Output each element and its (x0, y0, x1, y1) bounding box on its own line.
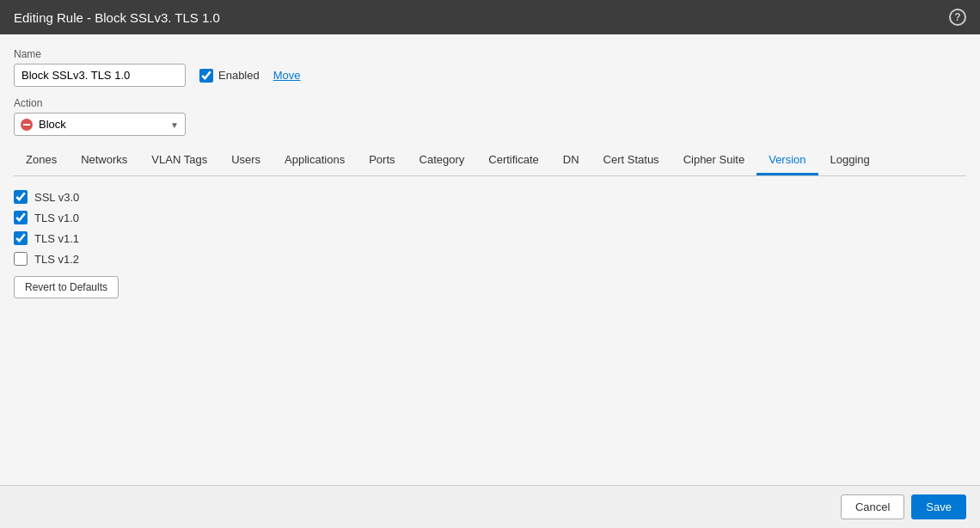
name-field-row: Enabled Move (14, 64, 966, 87)
action-label: Action (14, 97, 966, 109)
tls-v12-checkbox[interactable] (14, 252, 28, 266)
help-icon[interactable]: ? (949, 9, 966, 26)
dialog-body: Name Enabled Move Action Block (0, 34, 980, 485)
version-item-tls11: TLS v1.1 (14, 231, 966, 245)
tls-v10-checkbox[interactable] (14, 211, 28, 224)
save-button[interactable]: Save (911, 494, 966, 519)
version-tab-content: SSL v3.0 TLS v1.0 TLS v1.1 TLS v1.2 Reve… (14, 176, 966, 471)
tab-dn[interactable]: DN (551, 146, 591, 175)
tab-networks[interactable]: Networks (69, 146, 139, 175)
tls-v11-label: TLS v1.1 (34, 232, 79, 245)
tab-applications[interactable]: Applications (273, 146, 357, 175)
action-select[interactable]: Block Allow Decrypt Do Not Decrypt (14, 113, 186, 136)
tab-version[interactable]: Version (756, 146, 818, 175)
tab-cert-status[interactable]: Cert Status (591, 146, 671, 175)
name-input[interactable] (14, 64, 186, 87)
action-select-wrapper: Block Allow Decrypt Do Not Decrypt ▼ (14, 113, 186, 136)
tab-zones[interactable]: Zones (14, 146, 69, 175)
tab-cipher-suite[interactable]: Cipher Suite (671, 146, 757, 175)
tls-v11-checkbox[interactable] (14, 231, 28, 245)
enabled-label: Enabled (218, 69, 260, 82)
enabled-checkbox[interactable] (199, 69, 213, 83)
tab-category[interactable]: Category (407, 146, 477, 175)
version-item-ssl30: SSL v3.0 (14, 190, 966, 204)
editing-rule-dialog: Editing Rule - Block SSLv3. TLS 1.0 ? Na… (0, 0, 980, 528)
tabs-container: Zones Networks VLAN Tags Users Applicati… (14, 146, 966, 176)
version-item-tls10: TLS v1.0 (14, 211, 966, 224)
tab-certificate[interactable]: Certificate (476, 146, 551, 175)
block-icon (21, 119, 33, 131)
dialog-header: Editing Rule - Block SSLv3. TLS 1.0 ? (0, 0, 980, 34)
move-link[interactable]: Move (273, 69, 301, 82)
dialog-footer: Cancel Save (0, 485, 980, 528)
version-list: SSL v3.0 TLS v1.0 TLS v1.1 TLS v1.2 (14, 190, 966, 266)
form-section: Name Enabled Move Action Block (14, 48, 966, 143)
tab-ports[interactable]: Ports (357, 146, 407, 175)
tab-logging[interactable]: Logging (818, 146, 882, 175)
tab-users[interactable]: Users (219, 146, 273, 175)
enabled-row: Enabled (199, 69, 260, 83)
version-item-tls12: TLS v1.2 (14, 252, 966, 266)
ssl-v30-checkbox[interactable] (14, 190, 28, 204)
tab-vlan-tags[interactable]: VLAN Tags (139, 146, 219, 175)
cancel-button[interactable]: Cancel (841, 494, 904, 519)
tls-v10-label: TLS v1.0 (34, 212, 79, 224)
dialog-title: Editing Rule - Block SSLv3. TLS 1.0 (14, 10, 220, 25)
tls-v12-label: TLS v1.2 (34, 253, 79, 266)
ssl-v30-label: SSL v3.0 (34, 191, 79, 204)
revert-to-defaults-button[interactable]: Revert to Defaults (14, 276, 119, 298)
action-row: Action Block Allow Decrypt Do Not Decryp… (14, 97, 966, 136)
name-label: Name (14, 48, 966, 60)
